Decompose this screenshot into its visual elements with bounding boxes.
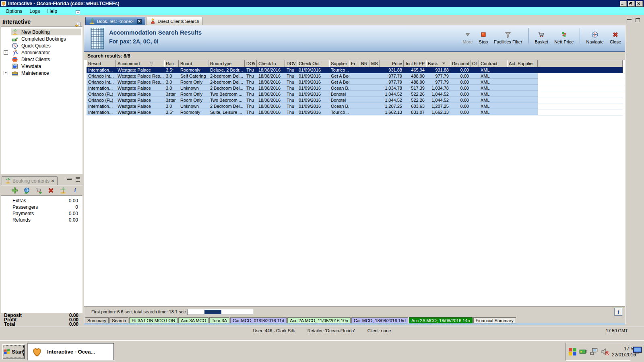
booking-tab-tour-3a[interactable]: Tour 3A: [209, 317, 229, 323]
column-label: Supplier: [331, 60, 348, 67]
menu-options[interactable]: Options: [2, 8, 25, 14]
result-row-3[interactable]: Orlando Int...Westgate Palace Res...3.0R…: [87, 79, 623, 85]
column-header-incl-fl-pp[interactable]: Incl.Fl.PP: [404, 60, 426, 67]
column-header-board[interactable]: Board: [179, 60, 208, 67]
refresh-button[interactable]: [23, 187, 30, 194]
column-header-nr[interactable]: NR: [359, 60, 369, 67]
sidebar-item-label: Direct Clients: [20, 57, 51, 62]
column-header-room-type[interactable]: Room type: [208, 60, 245, 67]
menu-help[interactable]: Help: [44, 8, 60, 14]
info-icon: i: [615, 309, 621, 315]
sidebar-item-viewdata[interactable]: Viewdata: [1, 63, 82, 70]
restore-button[interactable]: [628, 1, 635, 7]
avg-icon[interactable]: [568, 348, 577, 356]
column-header-ms[interactable]: MS: [369, 60, 380, 67]
tab-direct-clients-search[interactable]: Direct Clients Search: [146, 17, 203, 25]
cell-dow: Thu: [245, 103, 257, 109]
show-desktop-button[interactable]: [633, 346, 642, 355]
booking-tab-car-mco-01-08-2016-11d[interactable]: Car MCO; 01/08/2016 11d: [230, 317, 287, 323]
panel-maximize-icon[interactable]: [76, 177, 80, 182]
result-row-1[interactable]: Internation...Westgate Palace3.5*Roomonl…: [87, 67, 623, 73]
column-header-supplier[interactable]: Supplier: [329, 60, 349, 67]
start-button[interactable]: Start: [2, 344, 25, 359]
info-icon: i: [72, 187, 78, 194]
column-header-rati[interactable]: Rati...: [164, 60, 179, 67]
column-header-price[interactable]: Price: [380, 60, 404, 67]
cell-resort: Orlando Int...: [87, 79, 116, 85]
more-button[interactable]: More: [463, 31, 473, 44]
expand-toggle-icon[interactable]: +: [4, 71, 8, 75]
refresh-icon: [23, 187, 30, 194]
sidebar-item-new-booking[interactable]: New Booking: [1, 29, 82, 35]
basket-move-button[interactable]: [35, 187, 42, 194]
sidebar-item-direct-clients[interactable]: Direct Clients: [1, 56, 82, 63]
expand-toggle-icon[interactable]: +: [4, 50, 8, 55]
result-row-4[interactable]: Internation...Westgate Palace3.0Unknown2…: [87, 85, 623, 91]
collapse-panel-button[interactable]: [74, 8, 82, 16]
info-button[interactable]: i: [72, 187, 78, 194]
nic-icon[interactable]: [579, 348, 588, 356]
tree-indent: [4, 30, 8, 34]
navigate-button[interactable]: Navigate: [586, 31, 603, 44]
sidebar-item-completed-bookings[interactable]: Completed Bookings: [1, 35, 82, 42]
result-row-5[interactable]: Orlando (FL)Westgate Palace3starRoom Onl…: [87, 91, 623, 97]
booking-tab-financial-summary[interactable]: Financial Summary: [473, 317, 516, 323]
delete-button[interactable]: [47, 187, 54, 194]
column-header-resort[interactable]: Resort: [87, 60, 116, 67]
booking-tab-flt-3a-lon-mco-lon[interactable]: Flt 3A LON MCO LON: [129, 317, 178, 323]
booking-contents-tab[interactable]: Booking contents ×: [2, 176, 58, 185]
booking-tab-acc-2a-mco-11-05-2016-10n[interactable]: Acc 2A MCO; 11/05/2016 10n: [287, 317, 351, 323]
column-header-contract[interactable]: Contract: [479, 60, 507, 67]
column-header-dow[interactable]: DOW: [245, 60, 257, 67]
column-header-of[interactable]: Of: [471, 60, 479, 67]
cell-dow: Thu: [245, 73, 257, 79]
booking-tab-acc-3a-mco[interactable]: Acc 3A MCO: [178, 317, 208, 323]
cell-board: Self Catering: [179, 73, 208, 79]
cell-check-out: 01/09/2016: [297, 79, 329, 85]
sidebar-item-quick-quotes[interactable]: Quick Quotes: [1, 42, 82, 49]
completed-bookings-icon: [12, 36, 18, 42]
column-header-discount[interactable]: Discount: [450, 60, 471, 67]
taskbar-task-button[interactable]: Interactive - Ocea...: [27, 343, 114, 361]
column-header-basket[interactable]: Basket: [426, 60, 450, 67]
close-panel-icon[interactable]: ×: [51, 179, 54, 183]
pane-maximize-icon[interactable]: [636, 18, 640, 22]
close-button[interactable]: Close: [610, 31, 621, 44]
add-button[interactable]: [11, 187, 18, 194]
column-header-er[interactable]: Er: [349, 60, 359, 67]
column-header-accommodation[interactable]: Accommodation: [116, 60, 164, 67]
cell-discount: 0.00: [450, 103, 471, 109]
booking-tab-search[interactable]: Search: [109, 317, 128, 323]
column-label: Basket: [428, 60, 438, 67]
menu-logs[interactable]: Logs: [26, 8, 43, 14]
palm-tree-button[interactable]: [60, 187, 66, 194]
column-label: Check In: [258, 60, 283, 67]
result-row-7[interactable]: Internation...Westgate Palace3.0Unknown2…: [87, 103, 623, 109]
collapse-panel-icon: [75, 9, 81, 15]
result-row-2[interactable]: Orlando Int...Westgate Palace Res...3.0S…: [87, 73, 623, 79]
sidebar-item-administrator[interactable]: +Administrator: [1, 49, 82, 56]
column-header-check-in[interactable]: Check In: [257, 60, 285, 67]
panel-minimize-icon[interactable]: [67, 179, 72, 180]
stop-button[interactable]: Stop: [479, 31, 488, 44]
close-button[interactable]: [636, 1, 643, 7]
booking-tab-summary[interactable]: Summary: [85, 317, 109, 323]
result-row-8[interactable]: Internation...Westgate Palace3.5*Roomonl…: [87, 109, 623, 115]
facilities-filter-button[interactable]: Facilities Filter: [494, 31, 522, 44]
mute-icon[interactable]: [601, 348, 609, 356]
netpc-icon[interactable]: [590, 348, 599, 356]
basket-button[interactable]: Basket: [535, 31, 549, 44]
tab-book-ref-none[interactable]: Book. ref.: <none>×: [85, 17, 145, 25]
pane-minimize-icon[interactable]: [627, 19, 632, 20]
column-header-act-supplier[interactable]: Act. Supplier: [507, 60, 538, 67]
column-header-check-out[interactable]: Check Out: [297, 60, 329, 67]
column-header-dow[interactable]: DOW: [285, 60, 297, 67]
booking-tab-car-mco-18-08-2016-15d[interactable]: Car MCO; 18/08/2016 15d: [351, 317, 408, 323]
sidebar-item-maintenance[interactable]: +Maintenance: [1, 70, 82, 76]
close-tab-icon[interactable]: ×: [137, 19, 142, 24]
nett-price-button[interactable]: Nett Price: [554, 31, 574, 44]
result-row-6[interactable]: Orlando (FL)Westgate Palace3starRoom Onl…: [87, 97, 623, 103]
minimize-button[interactable]: [620, 1, 627, 7]
info-button[interactable]: i: [614, 308, 622, 316]
booking-tab-acc-2a-mco-18-08-2016-14n[interactable]: Acc 2A MCO; 18/08/2016 14n: [409, 317, 473, 323]
